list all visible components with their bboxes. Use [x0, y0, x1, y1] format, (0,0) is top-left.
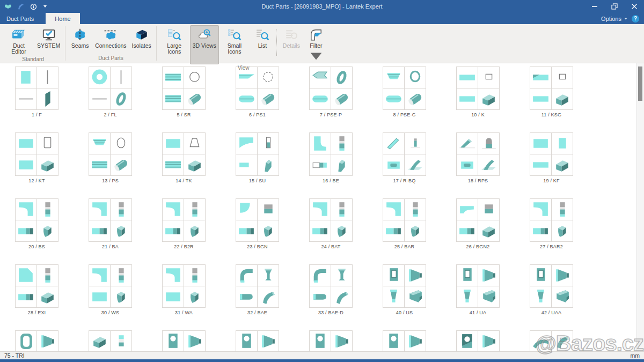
part-view-cell — [37, 220, 58, 241]
filter-button[interactable]: Filter — [304, 25, 328, 64]
part-tile[interactable]: 41 / UA — [456, 264, 500, 316]
tab-home[interactable]: Home — [46, 13, 79, 24]
part-tile[interactable]: 7 / PSE-P — [309, 67, 353, 118]
part-tile[interactable]: 33 / BAE-D — [309, 264, 353, 316]
part-tile[interactable]: 15 / SU — [236, 132, 279, 184]
part-tile[interactable] — [162, 330, 206, 352]
part-views — [89, 132, 132, 176]
part-tile[interactable]: 23 / BGN — [236, 198, 279, 250]
part-tile[interactable]: 20 / BS — [15, 198, 58, 250]
part-tile[interactable]: 13 / PS — [89, 132, 132, 184]
part-tile[interactable] — [530, 330, 573, 352]
part-tile[interactable]: 12 / KT — [15, 132, 58, 184]
details-button[interactable]: Details — [279, 25, 304, 64]
part-tile[interactable]: 24 / BAT — [309, 198, 353, 250]
part-views — [162, 198, 206, 242]
part-views — [15, 264, 58, 308]
part-tile[interactable]: 25 / BAR — [383, 198, 426, 250]
part-tile[interactable]: 2 / FL — [89, 67, 132, 118]
part-views — [162, 330, 206, 352]
restore-button[interactable] — [604, 0, 624, 13]
isolates-icon — [135, 28, 149, 42]
part-view-cell — [184, 331, 205, 352]
part-label: 2 / FL — [104, 112, 116, 118]
button-label: List — [258, 43, 267, 49]
minimize-button[interactable] — [584, 0, 604, 13]
part-view-cell — [37, 199, 58, 220]
part-views — [15, 67, 58, 110]
part-tile[interactable]: 19 / KF — [530, 132, 573, 184]
part-tile[interactable] — [15, 330, 58, 352]
part-tile[interactable]: 8 / PSE-C — [383, 67, 426, 118]
help-button[interactable]: ? — [632, 15, 639, 23]
quick-access-toolbar — [0, 3, 48, 10]
part-view-cell — [552, 133, 573, 154]
part-view-cell — [530, 67, 551, 88]
part-tile[interactable]: 18 / RPS — [456, 132, 500, 184]
part-views — [383, 132, 426, 176]
isolates-button[interactable]: Isolates — [129, 25, 154, 55]
part-tile[interactable]: 21 / BA — [89, 198, 132, 250]
part-tile[interactable]: 5 / SR — [162, 67, 206, 118]
part-tile[interactable]: 30 / WS — [89, 264, 132, 316]
part-view-cell — [383, 199, 404, 220]
quick-access-dropdown-icon[interactable] — [42, 4, 48, 9]
info-icon[interactable] — [30, 3, 37, 10]
part-tile[interactable]: 31 / WA — [162, 264, 206, 316]
part-tile[interactable]: 10 / K — [456, 67, 500, 118]
part-tile[interactable]: 11 / KSG — [530, 67, 573, 118]
part-view-cell — [111, 220, 131, 241]
duct-editor-button[interactable]: Duct Editor — [3, 25, 34, 56]
3d-views-button[interactable]: 3D Views — [190, 25, 219, 64]
part-tile[interactable]: 17 / R-BQ — [383, 132, 426, 184]
part-tile[interactable] — [456, 330, 500, 352]
button-label: Large Icons — [162, 43, 187, 55]
part-tile[interactable]: 32 / BAE — [236, 264, 279, 316]
connections-button[interactable]: Connections — [92, 25, 129, 55]
part-tile[interactable]: 27 / BAR2 — [530, 198, 573, 250]
part-views — [89, 198, 132, 242]
system-button[interactable]: SYSTEM — [34, 25, 63, 56]
part-tile[interactable]: 40 / US — [383, 264, 426, 316]
scrollbar-thumb[interactable] — [638, 67, 642, 101]
tab-duct-parts[interactable]: Duct Parts — [0, 13, 40, 24]
large-icons-button[interactable]: Large Icons — [159, 25, 190, 64]
list-button[interactable]: List — [250, 25, 275, 64]
part-view-cell — [478, 199, 499, 220]
part-tile[interactable]: 6 / PS1 — [236, 67, 279, 118]
part-tile[interactable]: 14 / TK — [162, 132, 206, 184]
part-tile[interactable] — [309, 330, 353, 352]
part-label: 33 / BAE-D — [318, 310, 343, 316]
options-button[interactable]: Options — [601, 16, 628, 22]
part-view-cell — [331, 88, 352, 109]
part-tile[interactable]: 1 / F — [15, 67, 58, 118]
vertical-scrollbar[interactable] — [636, 63, 644, 352]
pen-icon[interactable] — [17, 3, 25, 10]
part-view-cell — [530, 133, 551, 154]
part-view-cell — [383, 133, 404, 154]
part-tile[interactable]: 28 / EXI — [15, 264, 58, 316]
part-view-cell — [258, 88, 279, 109]
part-tile[interactable] — [89, 330, 132, 352]
part-view-cell — [16, 154, 36, 175]
status-units: mm — [631, 352, 640, 359]
part-tile[interactable]: 22 / B2R — [162, 198, 206, 250]
app-logo-icon[interactable] — [4, 3, 12, 10]
part-view-cell — [530, 199, 551, 220]
seams-button[interactable]: Seams — [68, 25, 92, 55]
group-separator — [156, 26, 157, 61]
part-view-cell — [163, 331, 184, 352]
status-selected-part: 75 - TRI — [4, 352, 25, 359]
part-tile[interactable]: 16 / BE — [309, 132, 353, 184]
part-tile[interactable] — [383, 330, 426, 352]
part-views — [236, 198, 279, 242]
window-controls — [584, 0, 644, 13]
small-icons-button[interactable]: Small Icons — [219, 25, 250, 64]
part-tile[interactable]: 26 / BGN2 — [456, 198, 500, 250]
parts-grid: 1 / F2 / FL5 / SR6 / PS17 / PSE-P8 / PSE… — [0, 63, 637, 352]
part-view-cell — [331, 199, 352, 220]
close-button[interactable] — [624, 0, 644, 13]
part-tile[interactable]: 42 / UAA — [530, 264, 573, 316]
part-view-cell — [89, 154, 110, 175]
part-tile[interactable] — [236, 330, 279, 352]
